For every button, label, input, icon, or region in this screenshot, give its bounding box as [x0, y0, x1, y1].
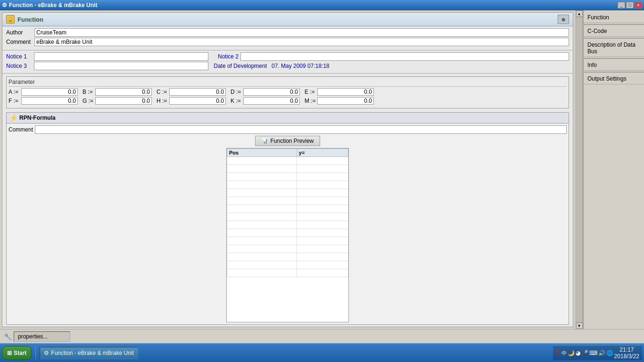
close-button[interactable]: ✕: [635, 2, 642, 8]
param-c-input[interactable]: [169, 88, 226, 96]
notice3-label: Notice 3: [6, 63, 32, 69]
preview-icon: 📊: [261, 138, 268, 144]
scroll-down-button[interactable]: ▼: [576, 322, 583, 329]
comment-label: Comment: [6, 39, 34, 45]
param-k-label: K :=: [231, 98, 242, 104]
right-panel-item-ccode[interactable]: C-Code: [584, 26, 644, 37]
properties-status: properties...: [14, 331, 70, 342]
preview-container: 📊 Function Preview Pos y=: [8, 136, 567, 322]
preview-table-container: Pos y=: [226, 148, 349, 322]
separator-1: [2, 50, 573, 50]
notice1-input[interactable]: [34, 52, 208, 61]
comment-row: Comment: [6, 38, 569, 46]
param-k-input[interactable]: [243, 97, 300, 105]
param-a-label: A :=: [8, 89, 20, 95]
right-panel-divider-1: [584, 24, 644, 25]
rpn-title: RPN-Formula: [19, 115, 56, 121]
properties-icon: 🔧: [4, 333, 12, 340]
notice2-label: Notice 2: [210, 53, 239, 60]
scroll-track[interactable]: [576, 17, 583, 322]
tray-icon-8: 🌐: [606, 350, 613, 356]
preview-table-row: [227, 245, 348, 253]
right-panel-item-function[interactable]: Function: [584, 12, 644, 23]
right-panel-description-label: Description of Data Bus: [587, 41, 636, 55]
clock-date: 2018/3/22: [614, 353, 639, 360]
app-icon: ⚙: [2, 2, 7, 8]
clock-time: 21:17: [614, 346, 639, 353]
param-m-input[interactable]: [317, 97, 374, 105]
system-clock[interactable]: 21:17 2018/3/22: [614, 346, 639, 360]
param-a-input[interactable]: [21, 88, 78, 96]
right-panel-ccode-label: C-Code: [587, 28, 607, 34]
right-panel-item-description[interactable]: Description of Data Bus: [584, 40, 644, 57]
restore-button[interactable]: □: [626, 2, 634, 8]
right-panel: Function C-Code Description of Data Bus …: [583, 10, 644, 329]
windows-icon: ⊞: [7, 350, 12, 356]
content-header: 🔒 Function ⊕: [2, 13, 573, 26]
param-g-input[interactable]: [95, 97, 152, 105]
minimize-button[interactable]: _: [618, 2, 625, 8]
param-f-label: F :=: [8, 98, 20, 104]
tray-icon-2: 中: [561, 350, 567, 357]
right-panel-output-label: Output Settings: [587, 75, 627, 82]
title-bar-controls: _ □ ✕: [618, 2, 642, 8]
param-d-input[interactable]: [243, 88, 300, 96]
preview-table-row: [227, 181, 348, 189]
param-b-input[interactable]: [95, 88, 152, 96]
system-tray: S 中 🌙 ◕ 🎤 ⌨ 🔊 🌐 21:17 2018/3/22: [553, 346, 642, 360]
vertical-scrollbar[interactable]: ▲ ▼: [575, 10, 583, 329]
param-f-input[interactable]: [21, 97, 78, 105]
right-panel-item-output[interactable]: Output Settings: [584, 74, 644, 84]
taskbar-divider: [35, 346, 36, 360]
title-bar-title: ⚙ Function - eBrake & mBrake Unit: [2, 2, 97, 8]
param-h-label: H :=: [157, 98, 168, 104]
tray-icon-6: ⌨: [589, 350, 597, 356]
author-label: Author: [6, 29, 34, 36]
rpn-comment-row: Comment: [8, 125, 567, 134]
preview-table-row: [227, 269, 348, 277]
form-section: Author Comment: [2, 26, 573, 49]
function-preview-button[interactable]: 📊 Function Preview: [255, 136, 320, 146]
tray-icon-5: 🎤: [581, 350, 588, 356]
preview-col1-header: Pos: [227, 149, 297, 157]
notice1-row: Notice 1 Notice 2: [6, 52, 569, 61]
date-value: 07. May 2009 07:18:18: [272, 63, 330, 69]
taskbar-right: S 中 🌙 ◕ 🎤 ⌨ 🔊 🌐 21:17 2018/3/22: [553, 346, 642, 360]
status-bar: 🔧 properties...: [0, 329, 644, 343]
title-bar: ⚙ Function - eBrake & mBrake Unit _ □ ✕: [0, 0, 644, 10]
param-d-label: D :=: [231, 89, 242, 95]
scroll-up-button[interactable]: ▲: [576, 10, 583, 17]
notice1-label: Notice 1: [6, 53, 32, 60]
param-e-input[interactable]: [317, 88, 374, 96]
param-e-label: E :=: [305, 89, 316, 95]
notice-section: Notice 1 Notice 2 Notice 3 Date of Devel…: [2, 51, 573, 72]
properties-label: properties...: [18, 333, 48, 340]
author-input[interactable]: [34, 28, 569, 37]
taskbar: ⊞ Start ⚙ Function - eBrake & mBrake Uni…: [0, 343, 644, 362]
notice3-input[interactable]: [34, 62, 208, 70]
start-button[interactable]: ⊞ Start: [2, 346, 32, 360]
comment-input[interactable]: [34, 38, 569, 46]
tray-icon-4: ◕: [576, 350, 580, 356]
param-h-input[interactable]: [169, 97, 226, 105]
preview-table-row: [227, 197, 348, 205]
param-row-2: F := G := H := K := M :=: [8, 97, 567, 105]
preview-table-row: [227, 221, 348, 229]
right-panel-info-label: Info: [587, 62, 597, 68]
preview-table-row: [227, 189, 348, 197]
tray-icon-3: 🌙: [568, 350, 575, 356]
notice2-input[interactable]: [240, 52, 569, 61]
author-row: Author: [6, 28, 569, 37]
preview-col2-header: y=: [297, 149, 348, 157]
parameter-title: Parameter: [8, 79, 35, 85]
preview-table-row: [227, 253, 348, 261]
rpn-comment-input[interactable]: [35, 125, 567, 134]
taskbar-task-main[interactable]: ⚙ Function - eBrake & mBrake Unit: [40, 347, 138, 359]
section-title: 🔒 Function: [6, 15, 43, 24]
rpn-icon: ⚡: [9, 114, 17, 122]
header-action-icon[interactable]: ⊕: [558, 15, 569, 24]
right-panel-divider-3: [584, 58, 644, 59]
content-area: 🔒 Function ⊕ Author Comment Notice 1 Not…: [2, 12, 573, 327]
right-panel-item-info[interactable]: Info: [584, 60, 644, 71]
param-c-label: C :=: [157, 89, 168, 95]
